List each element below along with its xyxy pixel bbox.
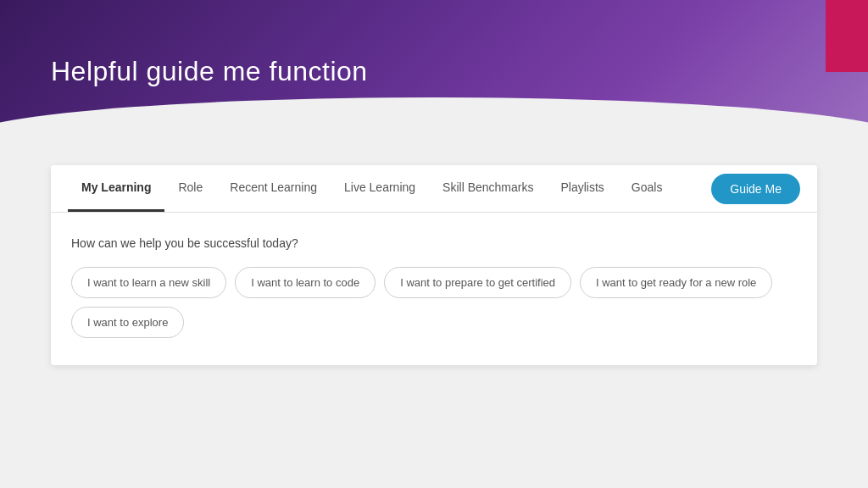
tab-playlists[interactable]: Playlists: [547, 165, 617, 212]
suggestion-buttons: I want to learn a new skill I want to le…: [71, 267, 797, 338]
suggestion-new-role[interactable]: I want to get ready for a new role: [580, 267, 772, 298]
content-area: How can we help you be successful today?…: [51, 213, 817, 365]
tab-role[interactable]: Role: [164, 165, 216, 212]
header-banner: Helpful guide me function: [0, 0, 868, 148]
nav-tabs: My Learning Role Recent Learning Live Le…: [51, 165, 817, 213]
tab-my-learning[interactable]: My Learning: [68, 165, 164, 212]
tab-goals[interactable]: Goals: [618, 165, 676, 212]
pink-accent-decoration: [826, 0, 868, 72]
suggestion-learn-code[interactable]: I want to learn to code: [235, 267, 376, 298]
tab-recent-learning[interactable]: Recent Learning: [216, 165, 331, 212]
suggestion-learn-skill[interactable]: I want to learn a new skill: [71, 267, 226, 298]
help-question: How can we help you be successful today?: [71, 236, 797, 250]
main-content: My Learning Role Recent Learning Live Le…: [51, 165, 817, 463]
page-title: Helpful guide me function: [51, 55, 368, 86]
tab-guide-me[interactable]: Guide Me: [711, 174, 800, 204]
nav-card: My Learning Role Recent Learning Live Le…: [51, 165, 817, 365]
suggestion-explore[interactable]: I want to explore: [71, 307, 184, 338]
suggestion-get-certified[interactable]: I want to prepare to get certified: [384, 267, 571, 298]
tab-live-learning[interactable]: Live Learning: [331, 165, 429, 212]
page-wrapper: Helpful guide me function My Learning Ro…: [0, 0, 868, 488]
tab-skill-benchmarks[interactable]: Skill Benchmarks: [429, 165, 547, 212]
